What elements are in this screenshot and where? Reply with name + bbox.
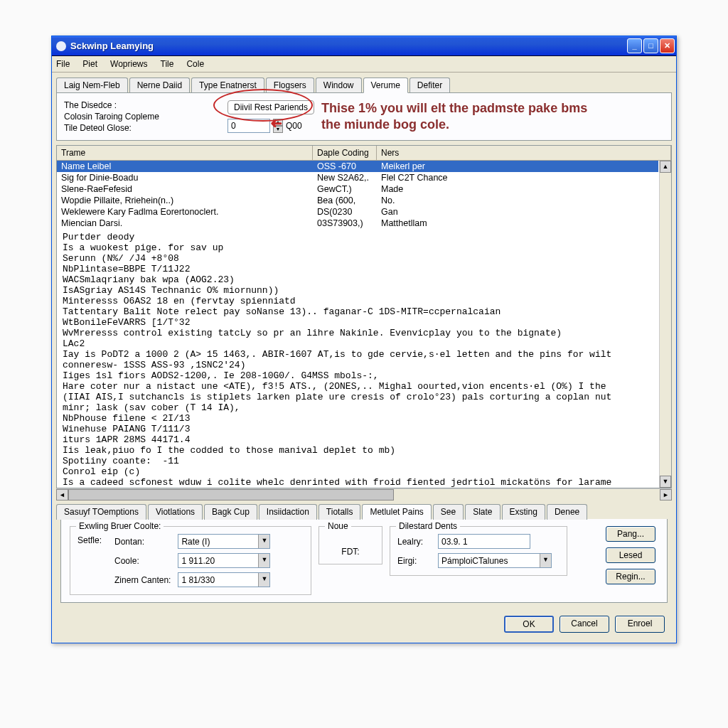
tab-laig[interactable]: Laig Nem-Fleb <box>56 77 128 93</box>
menu-wopriews[interactable]: Wopriews <box>109 58 149 70</box>
ok-button[interactable]: OK <box>504 616 554 633</box>
label-zinern: Zinern Canten: <box>114 575 171 585</box>
btab-8[interactable]: Exsting <box>502 504 545 520</box>
scroll-right-icon[interactable]: ► <box>660 489 672 500</box>
cancel-button[interactable]: Cancel <box>560 616 609 633</box>
label-fdt: FDT: <box>326 534 375 557</box>
btab-5[interactable]: Metlulet Pains <box>362 504 431 520</box>
table-row[interactable]: Slene-RaeFefesidGewCT.)Made <box>57 183 658 195</box>
label-deteol: Tile Deteol Glose: <box>64 123 220 133</box>
minimize-button[interactable]: _ <box>627 38 642 53</box>
chevron-down-icon: ▼ <box>258 535 269 548</box>
tab-verume[interactable]: Verume <box>363 77 408 93</box>
app-icon <box>56 41 66 51</box>
btab-0[interactable]: Sasuyf TOemptions <box>56 504 146 520</box>
btab-2[interactable]: Bagk Cup <box>204 504 257 520</box>
enroel-button[interactable]: Enroel <box>615 616 665 633</box>
btab-9[interactable]: Denee <box>547 504 587 520</box>
tab-flogsers[interactable]: Flogsers <box>266 77 314 93</box>
spin-up[interactable]: ▲ <box>273 119 283 126</box>
group1-title: Exwling Bruer Coolte: <box>76 521 164 531</box>
bottom-pane: Exwling Bruer Coolte: Setfle: Dontan: Ra… <box>60 519 668 603</box>
param-label: Diivil Rest Pariends <box>228 100 314 114</box>
btab-1[interactable]: Viotlations <box>148 504 203 520</box>
menu-piet[interactable]: Piet <box>81 58 99 70</box>
combo-coole[interactable]: 1 911.20▼ <box>178 553 270 568</box>
detail-text: Purtder deody Is a wuokest pige. for sav… <box>57 229 658 488</box>
scroll-down-icon[interactable]: ▼ <box>660 476 671 488</box>
th-daple[interactable]: Daple Coding <box>313 146 377 160</box>
table-row[interactable]: Name LeibelOSS -670Meikerl per <box>57 161 658 172</box>
table-row[interactable]: Wopdie Pillaite, Rriehein(n..)Bea (600,N… <box>57 195 658 206</box>
th-ners[interactable]: Ners <box>377 146 671 160</box>
tab-defiter[interactable]: Defiter <box>410 77 450 93</box>
table-row[interactable]: Weklewere Kary Fadlma Eorertonoclert.DS(… <box>57 206 658 218</box>
label-setfle: Setfle: <box>77 534 102 587</box>
button-regin[interactable]: Regin... <box>606 569 655 584</box>
button-lesed[interactable]: Lesed <box>606 547 655 563</box>
scroll-left-icon[interactable]: ◄ <box>56 489 68 500</box>
btab-4[interactable]: Tiotalls <box>318 504 361 520</box>
label-coole: Coole: <box>114 556 171 566</box>
spin-input[interactable] <box>228 119 270 133</box>
spin-down[interactable]: ▼ <box>273 126 283 133</box>
table: Trame Daple Coding Ners Name LeibelOSS -… <box>56 145 672 488</box>
menu-cole[interactable]: Cole <box>185 58 205 70</box>
label-eirgi: Eirgi: <box>397 556 431 566</box>
group2-title: Noue <box>325 521 351 531</box>
label-disedce: The Disedce : <box>64 100 220 110</box>
chevron-down-icon: ▼ <box>258 573 269 587</box>
table-row[interactable]: Miencian Darsi.03S73903,)Matthetllam <box>57 218 658 229</box>
maximize-button[interactable]: □ <box>643 38 658 53</box>
th-trame[interactable]: Trame <box>57 146 313 160</box>
group-dilestard: Dilestard Dents Lealry: Eirgi: PámploiCT… <box>390 526 567 576</box>
hscroll-thumb[interactable] <box>68 489 394 500</box>
chevron-down-icon: ▼ <box>540 554 551 567</box>
scroll-up-icon[interactable]: ▲ <box>660 161 671 173</box>
top-pane: The Disedce : Colosin Taroing Copleme Ti… <box>56 92 672 141</box>
group-noue: Noue FDT: <box>318 526 382 564</box>
btab-7[interactable]: Slate <box>465 504 500 520</box>
combo-dontan[interactable]: Rate (I)▼ <box>178 534 270 549</box>
label-lealry: Lealry: <box>397 537 431 547</box>
window-title: Sckwinp Leamying <box>70 41 627 51</box>
spin-suffix: Q00 <box>286 121 302 131</box>
table-row[interactable]: Sig for Dinie-BoaduNew S2A62,.Flel C2T C… <box>57 172 658 183</box>
label-colosin: Colosin Taroing Copleme <box>64 112 220 122</box>
combo-eirgi[interactable]: PámploiCTalunes▼ <box>438 553 552 568</box>
tabs-bottom: Sasuyf TOemptions Viotlations Bagk Cup I… <box>56 503 672 519</box>
btab-6[interactable]: See <box>433 504 464 520</box>
button-pang[interactable]: Pang... <box>606 526 655 542</box>
combo-zinern[interactable]: 1 81/330▼ <box>178 572 270 587</box>
tab-nerne[interactable]: Nerne Daiid <box>129 77 190 93</box>
info-labels: The Disedce : Colosin Taroing Copleme Ti… <box>64 99 220 134</box>
vertical-scrollbar[interactable]: ▲ ▼ <box>659 161 671 488</box>
menu-tile[interactable]: Tile <box>159 58 176 70</box>
close-button[interactable]: ✕ <box>660 38 675 53</box>
group3-title: Dilestard Dents <box>396 521 460 531</box>
tab-type[interactable]: Type Enatnerst <box>191 77 264 93</box>
titlebar: Sckwinp Leamying _ □ ✕ <box>52 36 676 56</box>
annotation-text: Thise 1% you will elt the padmste pake b… <box>321 100 592 134</box>
btab-3[interactable]: Insiidaction <box>259 504 317 520</box>
app-window: Sckwinp Leamying _ □ ✕ File Piet Wopriew… <box>51 36 677 643</box>
tabs-top: Laig Nem-Fleb Nerne Daiid Type Enatnerst… <box>52 73 676 92</box>
menu-file[interactable]: File <box>55 58 71 70</box>
dialog-buttons: OK Cancel Enroel <box>52 607 676 643</box>
tab-window[interactable]: Window <box>316 77 362 93</box>
menu-bar: File Piet Wopriews Tile Cole <box>52 56 676 73</box>
table-header: Trame Daple Coding Ners <box>57 146 671 161</box>
horizontal-scrollbar[interactable]: ◄ ► <box>56 488 672 500</box>
input-lealry[interactable] <box>438 534 530 549</box>
chevron-down-icon: ▼ <box>258 554 269 567</box>
group-exwling: Exwling Bruer Coolte: Setfle: Dontan: Ra… <box>70 526 311 595</box>
label-dontan: Dontan: <box>114 537 171 547</box>
